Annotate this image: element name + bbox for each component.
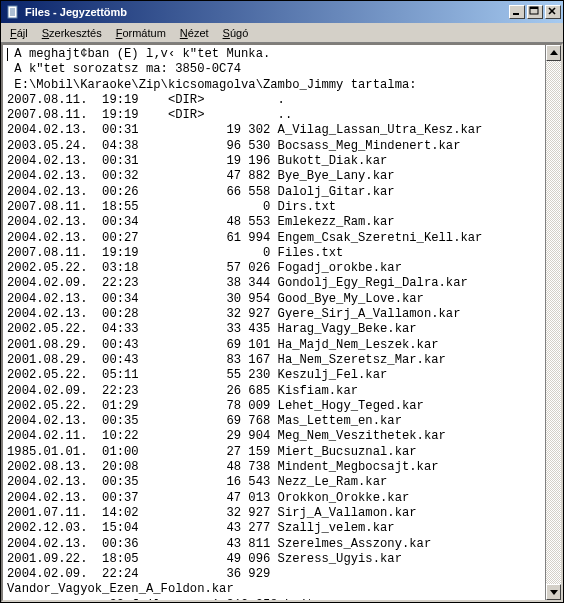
client-area: A meghajt¢ban (E) l‚v‹ k"tet Munka. A k"… <box>1 43 563 602</box>
window-title: Files - Jegyzettömb <box>25 6 509 18</box>
scroll-track[interactable] <box>546 61 561 584</box>
vertical-scrollbar[interactable] <box>545 45 561 600</box>
menu-edit[interactable]: Szerkesztés <box>35 25 109 41</box>
close-button[interactable] <box>545 5 561 19</box>
scroll-down-button[interactable] <box>546 584 561 600</box>
svg-rect-0 <box>8 6 17 18</box>
text-content[interactable]: A meghajt¢ban (E) l‚v‹ k"tet Munka. A k"… <box>3 45 545 600</box>
window-buttons <box>509 5 561 19</box>
svg-marker-11 <box>550 590 558 595</box>
maximize-button[interactable] <box>527 5 543 19</box>
scroll-up-button[interactable] <box>546 45 561 61</box>
menu-format[interactable]: Formátum <box>109 25 173 41</box>
svg-rect-5 <box>513 13 519 15</box>
app-window: Files - Jegyzettömb Fájl Szerkesztés For… <box>0 0 564 603</box>
menu-bar: Fájl Szerkesztés Formátum Nézet Súgó <box>1 23 563 43</box>
title-bar[interactable]: Files - Jegyzettömb <box>1 1 563 23</box>
menu-file[interactable]: Fájl <box>3 25 35 41</box>
svg-marker-10 <box>550 50 558 55</box>
menu-help[interactable]: Súgó <box>216 25 256 41</box>
minimize-button[interactable] <box>509 5 525 19</box>
app-icon <box>5 4 21 20</box>
menu-view[interactable]: Nézet <box>173 25 216 41</box>
svg-rect-7 <box>530 7 538 9</box>
